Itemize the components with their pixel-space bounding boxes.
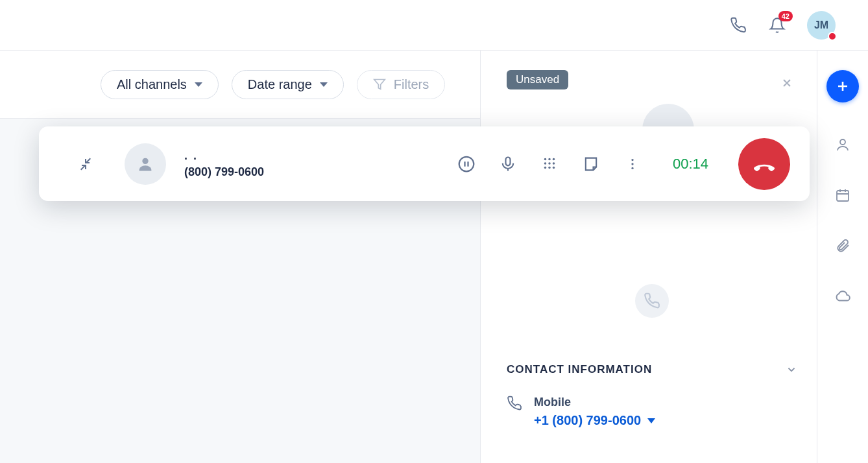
collapse-icon[interactable]	[78, 156, 93, 172]
app-header: 42 JM	[0, 0, 868, 51]
user-avatar[interactable]: JM	[807, 11, 836, 40]
svg-point-8	[544, 162, 546, 164]
contact-number-link[interactable]: +1 (800) 799-0600	[534, 413, 655, 428]
svg-point-7	[553, 158, 555, 160]
svg-point-6	[548, 158, 550, 160]
note-button[interactable]	[579, 152, 603, 176]
call-timer: 00:14	[673, 156, 708, 172]
phone-icon	[507, 396, 522, 411]
mute-button[interactable]	[496, 152, 520, 176]
cloud-icon[interactable]	[834, 288, 851, 305]
channels-label: All channels	[117, 77, 187, 92]
svg-point-12	[548, 166, 550, 168]
status-dot	[828, 32, 837, 41]
notification-badge: 42	[778, 11, 793, 21]
calendar-icon[interactable]	[834, 187, 851, 204]
add-button[interactable]	[826, 70, 859, 102]
svg-point-15	[631, 163, 633, 165]
svg-point-13	[553, 166, 555, 168]
phone-activity-icon	[635, 284, 669, 318]
channels-filter[interactable]: All channels	[101, 70, 219, 99]
details-panel: Unsaved CONTACT INFORMATION Mobile +1 (8…	[480, 51, 817, 463]
collapse-section-button[interactable]	[786, 364, 797, 375]
notifications-button[interactable]: 42	[768, 16, 786, 34]
date-range-filter[interactable]: Date range	[232, 70, 344, 99]
chevron-down-icon	[320, 82, 328, 87]
svg-point-16	[631, 167, 633, 169]
svg-point-11	[544, 166, 546, 168]
dialpad-button[interactable]	[538, 152, 561, 176]
avatar-initials: JM	[814, 19, 828, 31]
chevron-down-icon	[647, 418, 655, 423]
caller-name: . .	[184, 149, 264, 163]
svg-point-2	[142, 158, 148, 163]
filters-button[interactable]: Filters	[357, 70, 445, 99]
svg-point-10	[553, 162, 555, 164]
hold-button[interactable]	[455, 152, 478, 176]
phone-icon[interactable]	[729, 16, 747, 34]
svg-rect-1	[837, 191, 849, 201]
chevron-down-icon	[195, 82, 202, 87]
person-icon[interactable]	[834, 136, 851, 153]
active-call-bar: . . (800) 799-0600 00:14	[39, 126, 810, 201]
date-label: Date range	[248, 77, 312, 92]
svg-point-3	[459, 156, 474, 171]
close-panel-button[interactable]	[780, 77, 793, 89]
svg-point-9	[548, 162, 550, 164]
more-button[interactable]	[621, 152, 644, 176]
contact-type-label: Mobile	[534, 396, 655, 409]
attachment-icon[interactable]	[834, 237, 851, 254]
filter-bar: All channels Date range Filters	[0, 51, 480, 119]
caller-number: (800) 799-0600	[184, 165, 264, 179]
svg-point-0	[840, 139, 845, 145]
hangup-button[interactable]	[738, 138, 790, 190]
action-rail	[817, 51, 868, 463]
svg-rect-4	[505, 157, 510, 165]
svg-point-5	[544, 158, 546, 160]
filters-label: Filters	[394, 77, 429, 92]
svg-point-14	[631, 158, 633, 160]
contact-number-value: +1 (800) 799-0600	[534, 413, 641, 428]
filter-icon	[373, 78, 386, 91]
status-badge: Unsaved	[507, 70, 568, 89]
section-title: CONTACT INFORMATION	[507, 363, 652, 376]
caller-avatar	[125, 143, 166, 185]
